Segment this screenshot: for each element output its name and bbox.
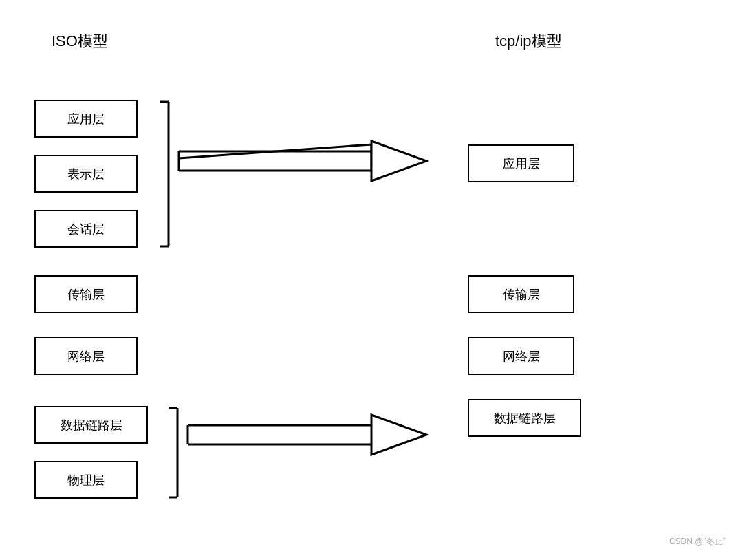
svg-marker-7	[371, 141, 426, 181]
iso-phys-layer: 物理层	[34, 461, 138, 499]
iso-trans-layer: 传输层	[34, 275, 138, 313]
iso-net-layer: 网络层	[34, 337, 138, 375]
watermark: CSDN @"冬止"	[669, 536, 726, 548]
tcp-app-layer: 应用层	[468, 144, 574, 182]
iso-pres-layer: 表示层	[34, 155, 138, 193]
tcpip-title: tcp/ip模型	[495, 31, 562, 52]
tcp-trans-layer: 传输层	[468, 275, 574, 313]
svg-marker-3	[179, 144, 371, 172]
iso-sess-layer: 会话层	[34, 210, 138, 248]
iso-data-layer: 数据链路层	[34, 406, 148, 444]
svg-marker-14	[371, 415, 426, 455]
tcp-data-layer: 数据链路层	[468, 399, 581, 437]
iso-app-layer: 应用层	[34, 100, 138, 138]
tcp-net-layer: 网络层	[468, 337, 574, 375]
iso-title: ISO模型	[52, 31, 108, 52]
